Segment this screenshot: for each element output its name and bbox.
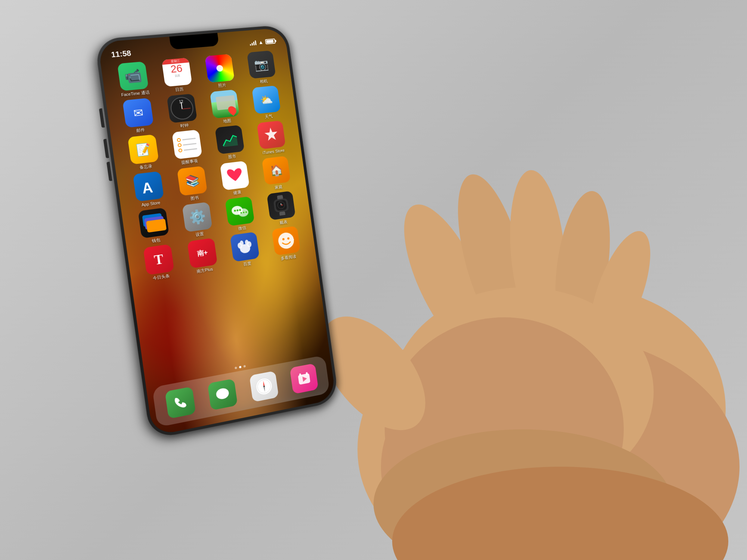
wifi-icon: ▲ (258, 39, 264, 46)
home-icon[interactable]: 🏠 (262, 156, 291, 185)
nanfang-label: 南方Plus (196, 267, 213, 274)
toutiao-icon[interactable]: T (143, 244, 174, 275)
maps-label: 地图 (223, 118, 232, 124)
app-nanfang[interactable]: 南+ 南方Plus (184, 237, 222, 275)
settings-icon[interactable]: ⚙️ (182, 202, 213, 232)
dock-safari[interactable] (249, 371, 279, 402)
app-maps[interactable]: 地图 (207, 89, 244, 125)
svg-line-28 (281, 205, 283, 205)
app-toutiao[interactable]: T 今日头条 (140, 243, 179, 282)
app-wechat[interactable]: 微信 (221, 196, 258, 233)
app-appstore[interactable]: A App Store (129, 171, 168, 209)
svg-point-35 (277, 231, 295, 250)
wechat-icon[interactable] (225, 196, 255, 226)
dock-safari-icon[interactable] (249, 371, 279, 402)
dock-phone-icon[interactable] (165, 386, 196, 419)
signal-bar-1 (250, 44, 251, 46)
itunes-star (261, 125, 281, 145)
reminders-icon[interactable] (172, 130, 202, 159)
app-home[interactable]: 🏠 家庭 (258, 155, 295, 192)
dock-bilibili-icon[interactable] (290, 363, 319, 394)
app-settings[interactable]: ⚙️ 设置 (179, 201, 217, 239)
app-photos[interactable]: 照片 (201, 54, 239, 90)
scene: 11:58 ▲ (0, 0, 747, 560)
app-reminders[interactable]: 提醒事项 (168, 129, 207, 166)
mail-icon[interactable]: ✉ (123, 98, 154, 128)
reminder-item-2 (177, 141, 196, 147)
mail-label: 邮件 (136, 127, 145, 133)
calendar-date: 26 (170, 63, 183, 75)
app-camera[interactable]: 📷 相机 (244, 50, 280, 85)
duokan-label: 多看阅读 (280, 254, 297, 261)
weather-icon[interactable]: ⛅ (252, 85, 281, 114)
app-itunes[interactable]: iTunes Store (254, 120, 290, 156)
bilibili-play-icon (295, 369, 313, 388)
app-books[interactable]: 📚 图书 (173, 165, 211, 203)
app-watchos[interactable]: 戴表 (263, 190, 300, 227)
safari-compass-icon (254, 375, 274, 397)
app-mail[interactable]: ✉ 邮件 (119, 97, 158, 135)
reminder-line-3 (184, 148, 197, 151)
camera-icon[interactable]: 📷 (247, 50, 276, 79)
stocks-icon[interactable] (215, 125, 245, 155)
dock-bilibili[interactable] (290, 363, 319, 394)
wallet-icon[interactable] (138, 208, 169, 239)
app-wallet[interactable]: 钱包 (134, 207, 174, 245)
watch-illustration (271, 194, 291, 217)
calendar-icon[interactable]: 星期三 26 日历 (162, 57, 192, 87)
nanfang-icon[interactable]: 南+ (187, 238, 218, 268)
health-heart (224, 165, 245, 186)
dock-messages-icon[interactable] (208, 378, 238, 410)
notes-label: 备忘录 (139, 164, 152, 170)
settings-label: 设置 (195, 231, 204, 237)
reminder-check-1 (177, 138, 181, 142)
phone-screen: 11:58 ▲ (97, 28, 336, 436)
page-dot-1 (235, 367, 237, 369)
dock-messages[interactable] (208, 378, 238, 410)
reminder-check-3 (178, 149, 182, 153)
duokan-icon[interactable] (272, 226, 301, 256)
books-icon[interactable]: 📚 (177, 166, 208, 196)
app-health[interactable]: 健康 (217, 160, 254, 197)
reminder-line-2 (183, 143, 196, 146)
camera-label: 相机 (260, 79, 268, 84)
dock-phone[interactable] (165, 386, 196, 419)
watchos-icon[interactable] (267, 191, 296, 220)
baidu-label: 百度 (243, 261, 251, 267)
app-calendar[interactable]: 星期三 26 日历 日历 (158, 57, 196, 94)
app-weather[interactable]: ⛅ 天气 (248, 85, 285, 121)
signal-bars-icon (249, 40, 257, 46)
notes-icon[interactable]: 📝 (127, 134, 159, 165)
messages-bubble-icon (214, 385, 232, 404)
clock-minute-hand (182, 108, 190, 109)
photos-icon[interactable] (205, 54, 235, 83)
books-label: 图书 (190, 195, 199, 201)
wechat-bubbles (229, 200, 251, 221)
app-facetime[interactable]: 📹 FaceTime 通话 (114, 61, 153, 98)
clock-face: 12 (169, 96, 195, 121)
status-time: 11:58 (111, 49, 131, 59)
reminders-label: 提醒事项 (181, 158, 198, 165)
app-stocks[interactable]: 股市 (211, 125, 249, 161)
maps-icon[interactable] (210, 90, 240, 119)
phone-frame: 11:58 ▲ (94, 25, 340, 440)
app-notes[interactable]: 📝 备忘录 (124, 134, 163, 172)
status-icons: ▲ (249, 38, 276, 46)
toutiao-label: 今日头条 (152, 273, 170, 281)
facetime-icon[interactable]: 📹 (117, 61, 149, 91)
app-clock[interactable]: 12 时钟 (163, 93, 201, 130)
battery-icon (265, 38, 275, 44)
health-icon[interactable] (220, 161, 250, 190)
watchos-label: 戴表 (279, 220, 288, 225)
reminder-item-3 (178, 147, 197, 153)
itunes-label: iTunes Store (262, 148, 285, 156)
itunes-icon[interactable] (257, 121, 286, 150)
baidu-icon[interactable] (230, 232, 260, 262)
clock-icon[interactable]: 12 (167, 94, 197, 123)
phone-handset-icon (172, 393, 189, 411)
app-baidu[interactable]: 百度 (227, 231, 264, 269)
svg-rect-29 (279, 211, 286, 217)
appstore-icon[interactable]: A (133, 171, 164, 202)
app-duokan[interactable]: 多看阅读 (269, 225, 305, 262)
photos-center (216, 65, 223, 72)
